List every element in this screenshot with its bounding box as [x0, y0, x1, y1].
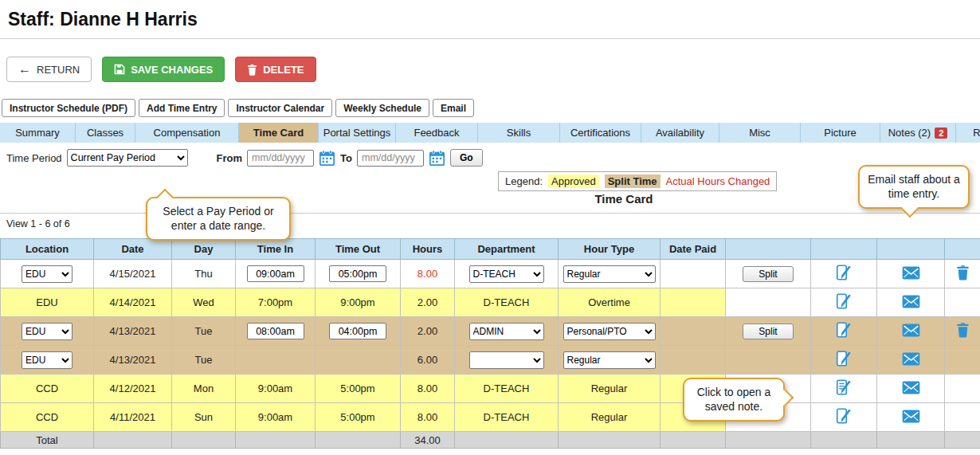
total-empty-cell — [236, 432, 316, 449]
email-button[interactable]: Email — [433, 99, 474, 117]
split-button[interactable]: Split — [743, 266, 794, 282]
email-entry-button[interactable] — [902, 266, 920, 280]
tab-feedback[interactable]: Feedback — [396, 123, 478, 143]
department-cell: D-TEACH — [455, 375, 559, 403]
tab-notes-2[interactable]: Notes (2)2 — [880, 123, 956, 143]
time-out-cell: 5:00pm — [316, 403, 401, 432]
add-note-button[interactable] — [835, 292, 853, 310]
tab-availability[interactable]: Availability — [641, 123, 719, 143]
to-date-input[interactable] — [357, 150, 424, 167]
return-button[interactable]: ← RETURN — [6, 57, 92, 82]
email-icon — [902, 324, 920, 337]
add-note-button[interactable] — [835, 264, 853, 281]
trash-cell — [945, 260, 980, 288]
to-calendar-button[interactable] — [429, 150, 445, 167]
col-header-time-out: Time Out — [316, 239, 401, 260]
tab-re[interactable]: Re — [956, 123, 980, 143]
hours-value: 8.00 — [417, 411, 437, 423]
callout-note-text: Click to open a saved note. — [692, 386, 775, 414]
time-in-input[interactable] — [247, 265, 304, 282]
hour-type-cell: Personal/PTO — [559, 317, 661, 346]
tab-skills[interactable]: Skills — [478, 123, 560, 143]
timecard-row: EDU4/15/2021Thu8.00D-TEACHRegularSplit — [1, 260, 980, 288]
email-icon — [902, 352, 920, 366]
email-icon — [902, 381, 920, 394]
hour-type-select[interactable]: Personal/PTO — [563, 323, 656, 340]
instructor-calendar-button[interactable]: Instructor Calendar — [228, 99, 332, 117]
tab-certifications[interactable]: Certifications — [560, 123, 641, 143]
department-cell: D-TEACH — [455, 403, 559, 432]
tab-picture[interactable]: Picture — [801, 123, 880, 143]
day-cell: Sun — [172, 403, 236, 432]
time-in-input[interactable] — [247, 323, 304, 339]
open-saved-note-button[interactable] — [835, 379, 853, 396]
tab-summary[interactable]: Summary — [0, 123, 76, 143]
note-icon — [835, 292, 853, 310]
email-icon — [902, 295, 920, 308]
email-entry-button[interactable] — [902, 324, 920, 337]
tab-label: Availability — [656, 127, 704, 139]
delete-entry-button[interactable] — [956, 265, 970, 280]
time-out-input[interactable] — [329, 323, 386, 339]
tab-label: Summary — [15, 127, 60, 139]
tab-classes[interactable]: Classes — [76, 123, 135, 143]
email-entry-button[interactable] — [902, 381, 920, 394]
location-select[interactable]: EDU — [22, 351, 73, 369]
time-period-select[interactable]: Current Pay Period — [67, 149, 188, 167]
instructor-schedule-pdf-button[interactable]: Instructor Schedule (PDF) — [2, 99, 135, 117]
email-cell — [877, 288, 945, 317]
tab-label: Portal Settings — [323, 127, 391, 139]
go-button[interactable]: Go — [450, 149, 483, 167]
location-cell: EDU — [1, 317, 94, 346]
col-header-hour-type: Hour Type — [559, 239, 661, 260]
total-empty-cell — [877, 432, 945, 449]
tab-label: Classes — [87, 127, 123, 139]
delete-entry-button[interactable] — [956, 322, 970, 338]
department-select[interactable]: ADMIN — [469, 323, 544, 340]
time-in-cell — [236, 260, 316, 288]
email-cell — [877, 346, 945, 375]
location-select[interactable]: EDU — [22, 265, 73, 283]
tab-misc[interactable]: Misc — [719, 123, 801, 143]
from-calendar-button[interactable] — [319, 150, 335, 167]
trash-cell — [945, 403, 980, 432]
time-period-label: Time Period — [6, 152, 62, 164]
add-note-button[interactable] — [835, 407, 853, 425]
email-entry-button[interactable] — [902, 410, 920, 423]
location-select[interactable]: EDU — [22, 323, 73, 340]
table-head: LocationDateDayTime InTime OutHoursDepar… — [1, 239, 980, 260]
tab-time-card[interactable]: Time Card — [239, 123, 319, 143]
weekly-schedule-button[interactable]: Weekly Schedule — [335, 99, 429, 117]
hour-type-select[interactable]: Regular — [563, 351, 656, 369]
tab-portal-settings[interactable]: Portal Settings — [319, 123, 396, 143]
add-note-button[interactable] — [835, 350, 853, 367]
split-cell: Split — [726, 317, 811, 346]
email-entry-button[interactable] — [902, 352, 920, 366]
table-body: EDU4/15/2021Thu8.00D-TEACHRegularSplitED… — [1, 260, 980, 432]
department-select[interactable]: D-TEACH — [469, 265, 544, 283]
note-icon — [835, 407, 853, 425]
add-time-entry-button[interactable]: Add Time Entry — [139, 99, 225, 117]
total-empty-cell — [811, 432, 877, 449]
total-empty-cell — [172, 432, 236, 449]
time-out-cell — [316, 317, 401, 346]
department-select[interactable] — [469, 351, 544, 369]
trash-icon — [247, 64, 257, 76]
hours-cell: 8.00 — [401, 260, 455, 288]
from-date-input[interactable] — [247, 150, 314, 167]
time-out-input[interactable] — [329, 265, 386, 282]
split-button[interactable]: Split — [743, 324, 794, 339]
time-in-cell — [236, 317, 316, 346]
email-entry-button[interactable] — [902, 295, 920, 308]
day-cell: Wed — [172, 288, 236, 317]
note-saved-icon — [835, 379, 853, 396]
hour-type-select[interactable]: Regular — [563, 265, 656, 283]
time-in-cell: 9:00am — [236, 403, 316, 432]
trash-icon — [956, 265, 970, 280]
delete-button[interactable]: DELETE — [235, 57, 316, 82]
save-changes-button[interactable]: SAVE CHANGES — [102, 57, 225, 82]
filter-row: Time Period Current Pay Period From To G… — [0, 148, 980, 167]
tab-compensation[interactable]: Compensation — [135, 123, 239, 143]
add-note-button[interactable] — [835, 321, 853, 339]
date-paid-cell — [661, 317, 726, 346]
